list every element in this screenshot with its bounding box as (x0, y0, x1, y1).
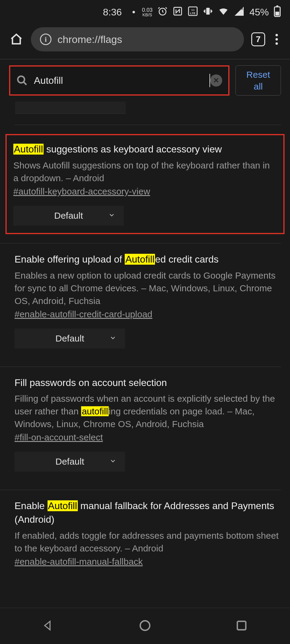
flag-description: Filling of passwords when an account is … (15, 392, 281, 430)
site-info-icon[interactable]: i (40, 34, 51, 45)
highlight: Autofill (13, 144, 44, 155)
flag-select[interactable]: Default (15, 452, 125, 472)
flag-item-fill-on-account-select: Fill passwords on account selection Fill… (0, 367, 281, 481)
flag-select[interactable]: Default (15, 329, 125, 348)
highlight: Autofill (48, 500, 78, 511)
browser-toolbar: i chrome://flags 7 (0, 24, 290, 54)
highlight: Autofill (125, 254, 155, 265)
flag-anchor-link[interactable]: #autofill-keyboard-accessory-view (13, 186, 150, 197)
flag-title: Enable offering upload of Autofilled cre… (15, 253, 281, 266)
status-dot: • (132, 7, 135, 17)
svg-rect-14 (237, 621, 246, 630)
flag-description: If enabled, adds toggle for addresses an… (15, 529, 281, 555)
chevron-down-icon (108, 211, 115, 221)
chevron-down-icon (109, 456, 117, 467)
address-bar[interactable]: i chrome://flags (31, 27, 244, 51)
search-icon (16, 75, 28, 86)
wifi-icon (218, 6, 229, 19)
flag-description: Shows Autofill suggestions on top of the… (13, 159, 277, 185)
flag-title: Fill passwords on account selection (15, 376, 281, 390)
svg-marker-12 (44, 621, 50, 630)
flags-search-row: ✕ Reset all (0, 59, 290, 102)
svg-point-13 (140, 621, 150, 630)
home-button[interactable] (9, 32, 24, 47)
battery-icon (274, 5, 281, 19)
status-network-speed: 0.03 KB/S (142, 7, 153, 17)
url-text: chrome://flags (58, 34, 122, 45)
flag-title: Autofill suggestions as keyboard accesso… (13, 142, 277, 156)
recents-button[interactable] (235, 619, 248, 633)
flag-item-autofill-keyboard-accessory: Autofill suggestions as keyboard accesso… (5, 134, 285, 234)
flag-select[interactable]: Default (13, 206, 124, 226)
flags-search-box[interactable]: ✕ (9, 65, 229, 96)
overflow-menu-button[interactable] (272, 34, 281, 45)
svg-line-11 (24, 82, 27, 85)
svg-point-10 (18, 76, 25, 83)
status-time: 8:36 (103, 7, 122, 18)
system-nav-bar (0, 608, 290, 644)
flag-anchor-link[interactable]: #enable-autofill-manual-fallback (15, 557, 143, 567)
tab-switcher-button[interactable]: 7 (251, 32, 265, 46)
flag-title: Enable Autofill manual fallback for Addr… (15, 499, 281, 526)
flag-anchor-link[interactable]: #fill-on-account-select (15, 432, 103, 443)
svg-text:Vo: Vo (191, 8, 195, 11)
nfc-icon (173, 6, 183, 18)
svg-rect-8 (276, 5, 278, 7)
status-bar: 8:36 • 0.03 KB/S VoLTE x 45% (0, 0, 290, 24)
flag-item-credit-card-upload: Enable offering upload of Autofilled cre… (0, 243, 281, 358)
vibrate-icon (203, 6, 213, 18)
flag-description: Enables a new option to upload credit ca… (15, 269, 281, 307)
back-button[interactable] (42, 619, 55, 633)
svg-text:x: x (241, 6, 243, 11)
clear-search-button[interactable]: ✕ (210, 74, 222, 87)
home-nav-button[interactable] (139, 619, 151, 633)
flag-select-partial[interactable] (15, 102, 126, 114)
alarm-icon (157, 6, 168, 18)
flag-anchor-link[interactable]: #enable-autofill-credit-card-upload (15, 309, 152, 319)
chevron-down-icon (109, 333, 117, 344)
svg-text:LTE: LTE (190, 11, 196, 15)
reset-all-button[interactable]: Reset all (236, 65, 281, 96)
flag-item-manual-fallback: Enable Autofill manual fallback for Addr… (0, 490, 281, 570)
svg-rect-5 (206, 8, 209, 15)
volte-icon: VoLTE (188, 6, 198, 18)
svg-rect-9 (275, 11, 279, 15)
highlight: autofill (81, 406, 109, 416)
flags-search-input[interactable] (28, 75, 215, 86)
battery-percent: 45% (249, 7, 269, 18)
signal-icon: x (234, 6, 245, 19)
